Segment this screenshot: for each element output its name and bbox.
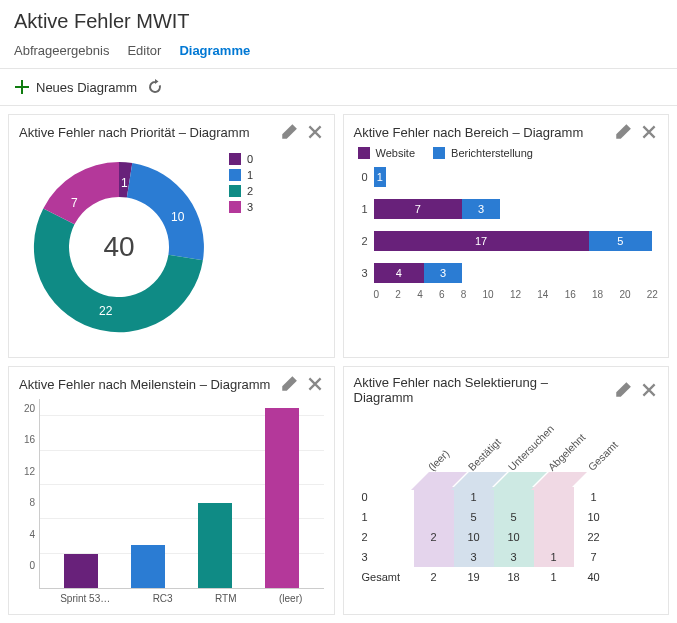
pivot-col-header: Abgelehnt xyxy=(545,431,587,473)
hbar-chart: 0 1 1 7 3 2 17 5 3 4 xyxy=(354,165,659,283)
tab-results[interactable]: Abfrageergebnis xyxy=(14,43,109,58)
panel-area: Aktive Fehler nach Bereich – Diagramm We… xyxy=(343,114,670,358)
hbar-seg: 7 xyxy=(374,199,463,219)
pivot-table: 0 11 1 5510 2 2101022 3 3317 Gesamt 21 xyxy=(358,487,614,587)
legend-item: 1 xyxy=(247,169,253,181)
edit-icon[interactable] xyxy=(280,123,298,141)
edit-icon[interactable] xyxy=(614,381,632,399)
refresh-icon[interactable] xyxy=(147,79,163,95)
panel-priority: Aktive Fehler nach Priorität – Diagramm xyxy=(8,114,335,358)
pivot-col-header: Gesamt xyxy=(585,439,619,473)
table-row-total: Gesamt 21918140 xyxy=(358,567,614,587)
table-row: 0 11 xyxy=(358,487,614,507)
x-axis: 0246810121416182022 xyxy=(374,289,659,300)
legend-item: Website xyxy=(376,147,416,159)
column-bar xyxy=(198,503,232,588)
tab-editor[interactable]: Editor xyxy=(127,43,161,58)
plus-icon xyxy=(14,79,30,95)
table-row: 1 5510 xyxy=(358,507,614,527)
column-chart: 201612840 xyxy=(19,399,324,589)
pivot-col-header: (leer) xyxy=(425,447,451,473)
table-row: 3 3317 xyxy=(358,547,614,567)
donut-chart: 1 10 22 7 40 xyxy=(19,147,219,347)
hbar-legend: Website Berichterstellung xyxy=(358,147,659,159)
new-chart-label: Neues Diagramm xyxy=(36,80,137,95)
column-bar xyxy=(265,408,299,588)
table-row: 2 2101022 xyxy=(358,527,614,547)
donut-legend: 0 1 2 3 xyxy=(229,147,253,213)
panel-title: Aktive Fehler nach Priorität – Diagramm xyxy=(19,125,272,140)
panel-title: Aktive Fehler nach Meilenstein – Diagram… xyxy=(19,377,272,392)
column-x-labels: Sprint 53…RC3RTM(leer) xyxy=(39,593,324,604)
legend-item: Berichterstellung xyxy=(451,147,533,159)
hbar-seg: 4 xyxy=(374,263,425,283)
legend-item: 0 xyxy=(247,153,253,165)
donut-label-0: 1 xyxy=(121,176,128,190)
hbar-seg: 3 xyxy=(462,199,500,219)
hbar-seg: 3 xyxy=(424,263,462,283)
toolbar: Neues Diagramm xyxy=(0,69,677,106)
close-icon[interactable] xyxy=(306,375,324,393)
hbar-seg: 5 xyxy=(589,231,652,251)
pivot-col-header: Bestätigt xyxy=(465,436,502,473)
hbar-cat-label: 2 xyxy=(354,235,368,247)
close-icon[interactable] xyxy=(640,381,658,399)
donut-label-3: 7 xyxy=(71,196,78,210)
hbar-cat-label: 1 xyxy=(354,203,368,215)
column-bar xyxy=(131,545,165,588)
close-icon[interactable] xyxy=(640,123,658,141)
edit-icon[interactable] xyxy=(280,375,298,393)
panel-milestone: Aktive Fehler nach Meilenstein – Diagram… xyxy=(8,366,335,615)
donut-center: 40 xyxy=(103,231,134,263)
close-icon[interactable] xyxy=(306,123,324,141)
panel-selection: Aktive Fehler nach Selektierung – Diagra… xyxy=(343,366,670,615)
new-chart-button[interactable]: Neues Diagramm xyxy=(14,79,137,95)
tab-charts[interactable]: Diagramme xyxy=(179,43,250,58)
panel-title: Aktive Fehler nach Bereich – Diagramm xyxy=(354,125,607,140)
page-title: Aktive Fehler MWIT xyxy=(0,0,677,39)
legend-item: 3 xyxy=(247,201,253,213)
hbar-seg: 17 xyxy=(374,231,589,251)
donut-label-2: 22 xyxy=(99,304,113,318)
hbar-cat-label: 3 xyxy=(354,267,368,279)
legend-item: 2 xyxy=(247,185,253,197)
panel-title: Aktive Fehler nach Selektierung – Diagra… xyxy=(354,375,607,405)
hbar-seg: 1 xyxy=(374,167,387,187)
edit-icon[interactable] xyxy=(614,123,632,141)
pivot-chart: (leer) Bestätigt Untersuchen Abgelehnt G… xyxy=(354,411,659,591)
column-bar xyxy=(64,554,98,588)
donut-label-1: 10 xyxy=(171,210,185,224)
hbar-cat-label: 0 xyxy=(354,171,368,183)
tab-bar: Abfrageergebnis Editor Diagramme xyxy=(0,39,677,69)
